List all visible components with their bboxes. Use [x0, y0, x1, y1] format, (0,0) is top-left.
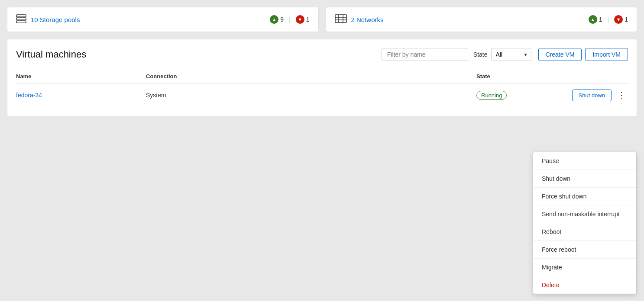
vm-connection-cell: System [146, 92, 476, 99]
dropdown-item-shutdown[interactable]: Shut down [533, 170, 636, 188]
storage-pools-down-stat: ▼ 1 [296, 15, 310, 24]
networks-stats: ▲ 1 | ▼ 1 [589, 15, 628, 24]
col-connection: Connection [146, 73, 476, 80]
filter-bar: State All Running Paused Shut off [382, 48, 531, 61]
col-name: Name [16, 73, 146, 80]
networks-title[interactable]: 2 Networks [351, 16, 589, 23]
create-vm-button[interactable]: Create VM [538, 48, 582, 61]
networks-down-count: 1 [625, 16, 628, 23]
col-state: State [476, 73, 563, 80]
filter-by-name-input[interactable] [382, 48, 468, 61]
table-row: fedora-34 System Running Shut down ⋮ [16, 83, 628, 107]
networks-up-stat: ▲ 1 [589, 15, 602, 24]
svg-rect-2 [16, 21, 26, 23]
dropdown-item-migrate[interactable]: Migrate [533, 259, 636, 276]
shutdown-button[interactable]: Shut down [572, 90, 612, 101]
dropdown-item-force-reboot[interactable]: Force reboot [533, 241, 636, 259]
storage-pools-icon [16, 14, 26, 25]
table-header: Name Connection State [16, 70, 628, 83]
svg-rect-3 [335, 15, 346, 22]
dropdown-item-reboot[interactable]: Reboot [533, 223, 636, 241]
import-vm-button[interactable]: Import VM [585, 48, 628, 61]
networks-down-icon: ▼ [614, 15, 623, 24]
storage-pools-stats: ▲ 9 | ▼ 1 [270, 15, 309, 24]
networks-icon [335, 14, 347, 25]
networks-up-count: 1 [599, 16, 602, 23]
svg-rect-0 [16, 15, 26, 17]
more-actions-button[interactable]: ⋮ [615, 89, 628, 102]
vm-name-link[interactable]: fedora-34 [16, 92, 42, 99]
storage-pools-card: 10 Storage pools ▲ 9 | ▼ 1 [7, 7, 319, 32]
row-actions: Shut down ⋮ [563, 89, 628, 102]
networks-up-icon: ▲ [589, 15, 597, 24]
panel-title: Virtual machines [16, 49, 382, 60]
networks-card: 2 Networks ▲ 1 | ▼ 1 [326, 7, 638, 32]
dropdown-item-send-nmi[interactable]: Send non-maskable interrupt [533, 205, 636, 223]
state-badge: Running [476, 91, 507, 100]
storage-pools-up-stat: ▲ 9 [270, 15, 284, 24]
top-cards-row: 10 Storage pools ▲ 9 | ▼ 1 2 Networks [7, 7, 637, 32]
stat-divider-2: | [608, 16, 609, 23]
state-select-wrapper: All Running Paused Shut off [491, 48, 531, 61]
storage-pools-down-count: 1 [306, 16, 310, 23]
dropdown-item-pause[interactable]: Pause [533, 152, 636, 170]
panel-action-buttons: Create VM Import VM [538, 48, 628, 61]
stat-divider-1: | [289, 16, 291, 23]
state-filter: State All Running Paused Shut off [473, 48, 531, 61]
virtual-machines-panel: Virtual machines State All Running Pause… [7, 39, 637, 116]
state-select[interactable]: All Running Paused Shut off [491, 48, 531, 61]
dropdown-item-delete[interactable]: Delete [533, 276, 636, 294]
dropdown-menu: Pause Shut down Force shut down Send non… [533, 152, 637, 294]
storage-pools-up-count: 9 [280, 16, 284, 23]
vm-name-cell: fedora-34 [16, 91, 146, 99]
state-label: State [473, 51, 488, 58]
col-actions [563, 73, 628, 80]
panel-header: Virtual machines State All Running Pause… [16, 48, 628, 61]
up-icon: ▲ [270, 15, 278, 24]
storage-pools-title[interactable]: 10 Storage pools [31, 16, 270, 23]
svg-rect-1 [16, 18, 26, 20]
networks-down-stat: ▼ 1 [614, 15, 628, 24]
vm-state-cell: Running [476, 91, 563, 100]
more-icon: ⋮ [618, 90, 625, 100]
down-icon: ▼ [296, 15, 304, 24]
dropdown-item-force-shutdown[interactable]: Force shut down [533, 188, 636, 205]
